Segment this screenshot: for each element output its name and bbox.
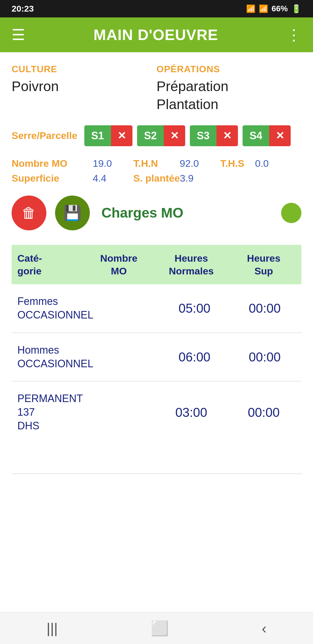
status-icons: 📶 📶 66% 🔋 [246, 4, 301, 14]
table-row: PERMANENT 137DHS 03:00 00:00 [12, 381, 301, 474]
serre-section: Serre/Parcelle S1 ✕ S2 ✕ S3 ✕ S4 ✕ [12, 125, 301, 146]
top-info-section: CULTURE Poivron OPÉRATIONS Préparation P… [12, 64, 301, 114]
hamburger-icon[interactable]: ☰ [12, 26, 25, 44]
th-nombre-mo: NombreMO [87, 252, 151, 277]
save-button[interactable]: 💾 [55, 196, 90, 230]
serre-s1-close[interactable]: ✕ [111, 125, 132, 146]
serre-s2-close[interactable]: ✕ [164, 125, 185, 146]
serre-badge-s3: S3 ✕ [190, 125, 238, 146]
ths-value: 0.0 [255, 158, 269, 169]
nav-back-icon[interactable]: ‹ [262, 620, 267, 637]
battery-icon: 🔋 [291, 4, 301, 14]
nombre-mo-value: 19.0 [93, 158, 122, 169]
main-content: CULTURE Poivron OPÉRATIONS Préparation P… [0, 52, 313, 474]
charges-label: Charges MO [101, 205, 183, 221]
actions-row: 🗑 💾 Charges MO [12, 196, 301, 230]
operation-line1: Préparation [156, 79, 228, 94]
bottom-nav: ||| ⬜ ‹ [0, 612, 313, 644]
table-row: FemmesOCCASIONNEL 05:00 00:00 [12, 284, 301, 333]
splantee-label: S. plantée [133, 173, 180, 184]
culture-value: Poivron [12, 77, 156, 95]
superficie-value: 4.4 [93, 173, 122, 184]
row2-heures-normales: 06:00 [155, 350, 234, 364]
table-header: Caté-gorie NombreMO HeuresNormales Heure… [12, 245, 301, 284]
wifi-icon: 📶 [246, 4, 255, 13]
operation-line2: Plantation [156, 97, 219, 112]
row1-heures-normales: 05:00 [155, 301, 234, 316]
nav-home-icon[interactable]: ⬜ [151, 620, 169, 637]
serre-s2-label: S2 [137, 125, 164, 146]
operations-value: Préparation Plantation [156, 77, 301, 114]
delete-button[interactable]: 🗑 [12, 196, 46, 230]
status-bar: 20:23 📶 📶 66% 🔋 [0, 0, 313, 17]
row3-heures-sup: 00:00 [232, 405, 296, 420]
ths-label: T.H.S [220, 158, 255, 169]
culture-label: CULTURE [12, 64, 156, 75]
stats-section: Nombre MO 19.0 T.H.N 92.0 T.H.S 0.0 Supe… [12, 158, 301, 184]
serre-s4-label: S4 [243, 125, 269, 146]
serre-s3-label: S3 [190, 125, 216, 146]
serre-badge-s4: S4 ✕ [243, 125, 291, 146]
battery-label: 66% [272, 4, 288, 13]
serre-s1-label: S1 [84, 125, 111, 146]
operations-label: OPÉRATIONS [156, 64, 301, 75]
thn-value: 92.0 [180, 158, 209, 169]
app-title: MAIN D'OEUVRE [94, 26, 218, 44]
thn-label: T.H.N [133, 158, 180, 169]
row3-categorie: PERMANENT 137DHS [17, 392, 87, 433]
splantee-value: 3.9 [180, 173, 209, 184]
app-bar: ☰ MAIN D'OEUVRE ⋮ [0, 17, 313, 52]
row1-categorie: FemmesOCCASIONNEL [17, 295, 93, 322]
th-heures-sup: HeuresSup [232, 252, 296, 277]
serre-badge-s1: S1 ✕ [84, 125, 132, 146]
serre-s4-close[interactable]: ✕ [269, 125, 291, 146]
serre-badge-s2: S2 ✕ [137, 125, 185, 146]
nombre-mo-label: Nombre MO [12, 158, 93, 169]
nav-menu-icon[interactable]: ||| [46, 620, 58, 637]
more-options-icon[interactable]: ⋮ [286, 26, 301, 44]
th-categorie: Caté-gorie [17, 252, 87, 277]
stats-row-2: Superficie 4.4 S. plantée 3.9 [12, 173, 301, 184]
row2-categorie: HommesOCCASIONNEL [17, 343, 93, 371]
charges-dot-indicator[interactable] [281, 203, 301, 223]
row3-heures-normales: 03:00 [151, 405, 232, 420]
superficie-label: Superficie [12, 173, 93, 184]
serre-label: Serre/Parcelle [12, 130, 77, 141]
culture-section: CULTURE Poivron [12, 64, 156, 114]
th-heures-normales: HeuresNormales [151, 252, 232, 277]
table-row: HommesOCCASIONNEL 06:00 00:00 [12, 333, 301, 382]
serre-s3-close[interactable]: ✕ [216, 125, 238, 146]
time-label: 20:23 [12, 4, 34, 14]
operations-section: OPÉRATIONS Préparation Plantation [156, 64, 301, 114]
signal-icon: 📶 [259, 4, 268, 13]
row2-heures-sup: 00:00 [234, 350, 296, 364]
row1-heures-sup: 00:00 [234, 301, 296, 316]
stats-row-1: Nombre MO 19.0 T.H.N 92.0 T.H.S 0.0 [12, 158, 301, 169]
